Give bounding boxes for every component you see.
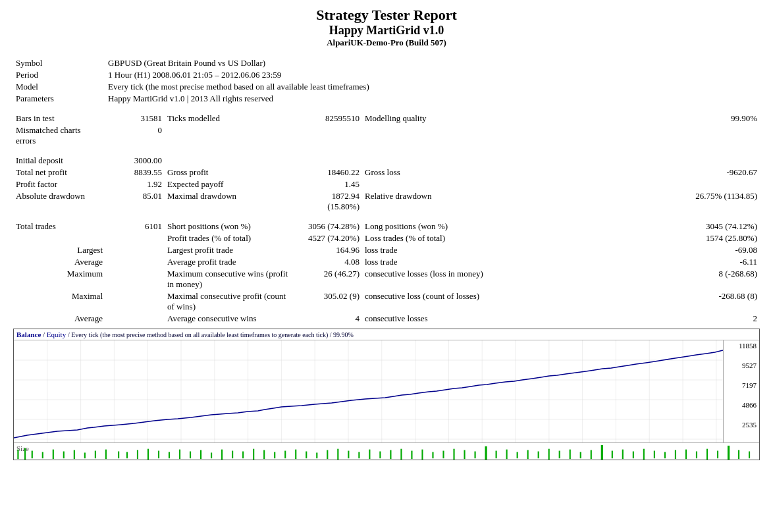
parameters-label: Parameters [13, 93, 105, 105]
svg-rect-36 [118, 452, 119, 459]
symbol-value: GBPUSD (Great Britain Pound vs US Dollar… [105, 57, 760, 69]
svg-rect-73 [506, 450, 508, 459]
maximal-drawdown-value: 1872.94 (15.80%) [296, 190, 362, 213]
profit-trades-label: Profit trades (% of total) [165, 232, 296, 244]
svg-rect-56 [327, 450, 328, 460]
max-consec-loss-value: 8 (-268.68) [494, 268, 760, 290]
svg-rect-76 [538, 452, 539, 459]
svg-rect-71 [485, 446, 487, 460]
svg-rect-78 [559, 451, 560, 459]
avg-consec-loss-label: consecutive losses [362, 313, 494, 325]
parameters-row: Parameters Happy MartiGrid v1.0 | 2013 A… [13, 93, 760, 105]
svg-rect-63 [400, 449, 402, 460]
bars-in-test-label: Bars in test [13, 113, 105, 124]
svg-rect-84 [622, 450, 624, 459]
modelling-quality-label: Modelling quality [362, 113, 494, 124]
profit-factor-value: 1.92 [105, 178, 165, 190]
svg-rect-83 [612, 451, 613, 459]
maximal-drawdown-label: Maximal drawdown [165, 190, 296, 213]
chart-yaxis: 11858 9527 7197 4866 2535 [723, 340, 759, 442]
svg-rect-26 [17, 450, 18, 459]
report-title: Strategy Tester Report [13, 7, 760, 24]
svg-rect-64 [411, 451, 412, 460]
model-label: Model [13, 81, 105, 93]
initial-deposit-value: 3000.00 [105, 155, 165, 167]
avg-consec-wins-value: 4 [296, 313, 362, 325]
svg-rect-69 [464, 450, 465, 460]
mismatched-row: Mismatched charts errors 0 [13, 124, 760, 147]
svg-rect-82 [601, 445, 603, 460]
svg-rect-91 [696, 452, 697, 459]
svg-rect-70 [474, 452, 475, 459]
bars-table: Bars in test 31581 Ticks modelled 825955… [13, 113, 760, 147]
ticks-modelled-value: 82595510 [296, 113, 362, 124]
svg-rect-42 [179, 450, 180, 459]
model-value: Every tick (the most precise method base… [105, 81, 760, 93]
svg-rect-52 [284, 451, 286, 459]
svg-rect-40 [158, 451, 159, 459]
maximum-prefix: Maximum [13, 268, 105, 290]
y-label-4: 9527 [742, 361, 757, 369]
expected-payoff-value: 1.45 [296, 178, 362, 190]
svg-rect-74 [517, 452, 518, 459]
net-profit-value: 8839.55 [105, 167, 165, 178]
drawdown-row: Absolute drawdown 85.01 Maximal drawdown… [13, 190, 760, 213]
svg-rect-72 [496, 451, 497, 459]
svg-rect-46 [221, 450, 223, 460]
maximal-consec-loss-label: consecutive loss (count of losses) [362, 290, 494, 313]
y-label-5: 11858 [739, 342, 757, 350]
symbol-label: Symbol [13, 57, 105, 69]
svg-rect-45 [211, 452, 212, 458]
svg-rect-95 [738, 450, 739, 460]
net-profit-row: Total net profit 8839.55 Gross profit 18… [13, 167, 760, 178]
total-trades-row: Total trades 6101 Short positions (won %… [13, 221, 760, 232]
legend-text: / Every tick (the most precise method ba… [68, 331, 354, 338]
svg-rect-79 [570, 450, 571, 459]
max-consec-wins-label: Maximum consecutive wins (profit in mone… [165, 268, 296, 290]
svg-rect-96 [749, 452, 750, 459]
svg-rect-32 [74, 450, 75, 460]
svg-rect-68 [453, 449, 454, 460]
max-consec-wins-value: 26 (46.27) [296, 268, 362, 290]
average-prefix: Average [13, 256, 105, 268]
chart-size-bar: Size [14, 442, 759, 460]
svg-rect-81 [591, 450, 592, 460]
svg-rect-41 [169, 452, 170, 459]
size-bar-svg [14, 443, 759, 460]
absolute-drawdown-value: 85.01 [105, 190, 165, 213]
period-row: Period 1 Hour (H1) 2008.06.01 21:05 – 20… [13, 69, 760, 81]
gross-loss-value: -9620.67 [494, 167, 760, 178]
ticks-modelled-label: Ticks modelled [165, 113, 296, 124]
svg-rect-89 [675, 450, 676, 460]
largest-row: Largest Largest profit trade 164.96 loss… [13, 244, 760, 256]
parameters-value: Happy MartiGrid v1.0 | 2013 All rights r… [105, 93, 760, 105]
avg-consec-wins-label: Average consecutive wins [165, 313, 296, 325]
svg-rect-55 [316, 452, 317, 458]
svg-rect-27 [24, 448, 26, 460]
report-header: Strategy Tester Report Happy MartiGrid v… [13, 7, 760, 48]
svg-rect-31 [63, 452, 65, 459]
period-value: 1 Hour (H1) 2008.06.01 21:05 – 2012.06.0… [105, 69, 760, 81]
svg-rect-94 [728, 446, 730, 460]
y-label-2: 4866 [742, 401, 757, 409]
svg-rect-66 [432, 452, 433, 459]
loss-trades-value: 1574 (25.80%) [494, 232, 760, 244]
initial-deposit-label: Initial deposit [13, 155, 105, 167]
svg-rect-93 [717, 451, 718, 459]
svg-rect-30 [53, 450, 54, 459]
svg-rect-57 [337, 449, 338, 460]
equity-legend: Equity [47, 331, 66, 338]
svg-rect-34 [95, 451, 96, 459]
largest-prefix: Largest [13, 244, 105, 256]
average-profit-value: 4.08 [296, 256, 362, 268]
svg-rect-59 [358, 452, 360, 459]
svg-rect-88 [664, 452, 666, 459]
expected-payoff-label: Expected payoff [165, 178, 296, 190]
gross-loss-label: Gross loss [362, 167, 494, 178]
svg-rect-80 [580, 452, 581, 459]
relative-drawdown-label: Relative drawdown [362, 190, 494, 213]
svg-rect-77 [548, 449, 550, 460]
maximal-prefix: Maximal [13, 290, 105, 313]
model-row: Model Every tick (the most precise metho… [13, 81, 760, 93]
report-subtitle: Happy MartiGrid v1.0 [13, 24, 760, 38]
